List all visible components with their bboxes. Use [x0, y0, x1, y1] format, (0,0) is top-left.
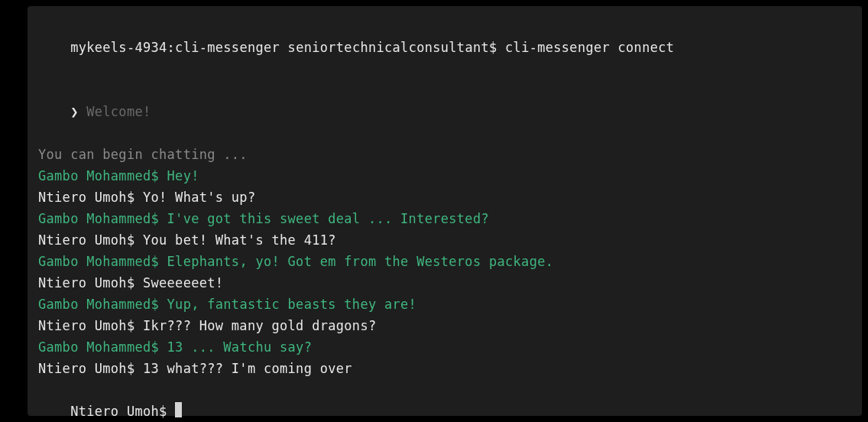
chat-message: Ntiero Umoh$ Sweeeeeet!: [38, 272, 851, 294]
chat-message: Ntiero Umoh$ Yo! What's up?: [38, 187, 851, 208]
chat-message-user: Ntiero Umoh$: [38, 190, 143, 205]
chat-message-text: You bet! What's the 411?: [143, 232, 336, 248]
welcome-line: ❯ Welcome!: [38, 80, 851, 144]
shell-prompt: mykeels-4934:cli-messenger seniortechnic…: [70, 40, 674, 55]
chat-message-user: Ntiero Umoh$: [38, 361, 143, 376]
terminal[interactable]: mykeels-4934:cli-messenger seniortechnic…: [28, 6, 862, 416]
chat-message: Gambo Mohammed$ Yup, fantastic beasts th…: [38, 294, 851, 315]
chat-message-user: Gambo Mohammed$: [38, 211, 167, 226]
chat-message-text: 13 ... Watchu say?: [167, 339, 313, 355]
chat-message: Gambo Mohammed$ Elephants, yo! Got em fr…: [38, 251, 851, 272]
welcome-text: Welcome!: [86, 104, 151, 119]
chat-message-user: Gambo Mohammed$: [38, 168, 167, 183]
shell-prompt-line: mykeels-4934:cli-messenger seniortechnic…: [38, 15, 851, 80]
cursor-icon: [175, 402, 182, 417]
chat-message: Ntiero Umoh$ 13 what??? I'm coming over: [38, 358, 851, 379]
input-prompt-user: Ntiero Umoh$: [70, 404, 175, 419]
chat-message-text: I've got this sweet deal ... Interested?: [167, 211, 489, 226]
chat-message-text: Yup, fantastic beasts they are!: [167, 297, 417, 312]
chat-message-user: Ntiero Umoh$: [38, 318, 143, 333]
chat-message: Ntiero Umoh$ You bet! What's the 411?: [38, 229, 851, 251]
chat-message: Gambo Mohammed$ 13 ... Watchu say?: [38, 336, 851, 358]
chevron-icon: ❯: [70, 104, 79, 119]
chat-message: Ntiero Umoh$ Ikr??? How many gold dragon…: [38, 315, 851, 336]
chat-message-text: Sweeeeeet!: [143, 275, 223, 291]
chat-message-text: Yo! What's up?: [143, 190, 256, 205]
chat-message: Gambo Mohammed$ I've got this sweet deal…: [38, 208, 851, 229]
chat-message-user: Ntiero Umoh$: [38, 232, 143, 248]
chat-message-user: Gambo Mohammed$: [38, 339, 167, 355]
chat-message-user: Ntiero Umoh$: [38, 275, 143, 291]
chat-message-text: Ikr??? How many gold dragons?: [143, 318, 377, 333]
hint-line: You can begin chatting ...: [38, 144, 851, 165]
chat-message-text: 13 what??? I'm coming over: [143, 361, 352, 376]
chat-message: Gambo Mohammed$ Hey!: [38, 165, 851, 187]
chat-message-user: Gambo Mohammed$: [38, 297, 167, 312]
chat-message-text: Elephants, yo! Got em from the Westeros …: [167, 254, 554, 269]
input-prompt-line[interactable]: Ntiero Umoh$: [38, 379, 851, 422]
chat-message-user: Gambo Mohammed$: [38, 254, 167, 269]
chat-message-text: Hey!: [167, 168, 199, 183]
